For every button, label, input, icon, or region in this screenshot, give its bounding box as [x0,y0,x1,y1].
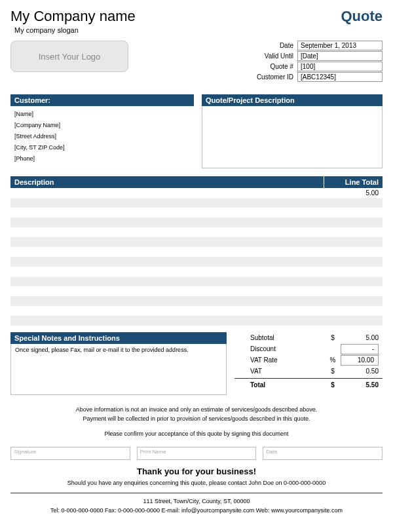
line-item-total: 5.00 [324,189,383,197]
customer-line: [Name] [14,109,190,120]
vatrate-field[interactable]: 10.00 [341,355,379,366]
total-label: Total [234,381,325,389]
line-item-row[interactable] [10,286,383,296]
line-item-row[interactable] [10,247,383,257]
valid-until-label: Valid Until [245,52,297,60]
quote-title: Quote [341,8,383,25]
line-item-row[interactable] [10,306,383,316]
print-name-field[interactable]: Print Name [137,447,257,460]
quote-number-label: Quote # [245,63,297,70]
fineprint-line: Above information is not an invoice and … [10,406,383,415]
customer-id-label: Customer ID [245,73,297,81]
notes-header: Special Notes and Instructions [10,332,227,344]
customer-id-field[interactable] [297,72,383,82]
project-desc-header: Quote/Project Description [202,94,383,106]
line-item-row[interactable] [10,316,383,326]
fineprint-line: Please confirm your acceptance of this q… [10,430,383,439]
valid-until-field[interactable] [297,51,383,61]
subtotal-label: Subtotal [234,334,325,341]
thank-you: Thank you for your business! [10,466,383,476]
divider [10,493,383,493]
vatrate-label: VAT Rate [234,356,325,364]
date-label: Date [245,42,297,49]
vatrate-sym: % [325,356,341,364]
contact-line: Tel: 0-000-000-0000 Fax: 0-000-000-0000 … [10,506,383,516]
total-val: 5.50 [341,381,383,389]
customer-line: [Phone] [14,153,190,164]
line-item-row[interactable] [10,218,383,227]
line-item-row[interactable] [10,296,383,306]
address-line: 111 Street, Town/City, County, ST, 00000 [10,497,383,506]
customer-line: [City, ST ZIP Code] [14,142,190,153]
notes-body[interactable]: Once signed, please Fax, mail or e-mail … [10,344,227,395]
total-sym: $ [325,381,341,389]
subtotal-sym: $ [325,334,341,341]
quote-number-field[interactable] [297,62,383,71]
enquiry-line: Should you have any enquiries concerning… [10,479,383,488]
line-item-row[interactable] [10,257,383,267]
fineprint-line: Payment will be collected in prior to pr… [10,415,383,424]
line-item-row[interactable] [10,276,383,286]
line-item-row[interactable] [10,237,383,247]
company-slogan: My company slogan [14,26,136,34]
customer-body: [Name] [Company Name] [Street Address] [… [10,106,194,167]
line-item-row[interactable] [10,198,383,208]
items-desc-header: Description [10,176,324,188]
customer-header: Customer: [10,94,194,106]
items-body: 5.00 [10,188,383,326]
customer-line: [Company Name] [14,120,190,131]
sign-date-field[interactable]: Date [263,447,383,460]
signature-field[interactable]: Signature [10,447,130,460]
logo-placeholder[interactable]: Insert Your Logo [10,41,128,72]
project-desc-body[interactable] [202,106,383,168]
line-item-row[interactable] [10,208,383,218]
vat-sym: $ [325,368,341,375]
line-item-row[interactable] [10,267,383,276]
line-item-row[interactable] [10,227,383,237]
subtotal-val: 5.00 [341,334,383,341]
customer-line: [Street Address] [14,131,190,142]
company-name: My Company name [10,8,136,25]
discount-field[interactable]: - [341,344,379,354]
vat-val: 0.50 [341,368,383,375]
line-item-row[interactable]: 5.00 [10,188,383,198]
date-field[interactable] [297,41,383,50]
items-total-header: Line Total [324,176,383,188]
discount-label: Discount [234,345,325,352]
vat-label: VAT [234,368,325,375]
